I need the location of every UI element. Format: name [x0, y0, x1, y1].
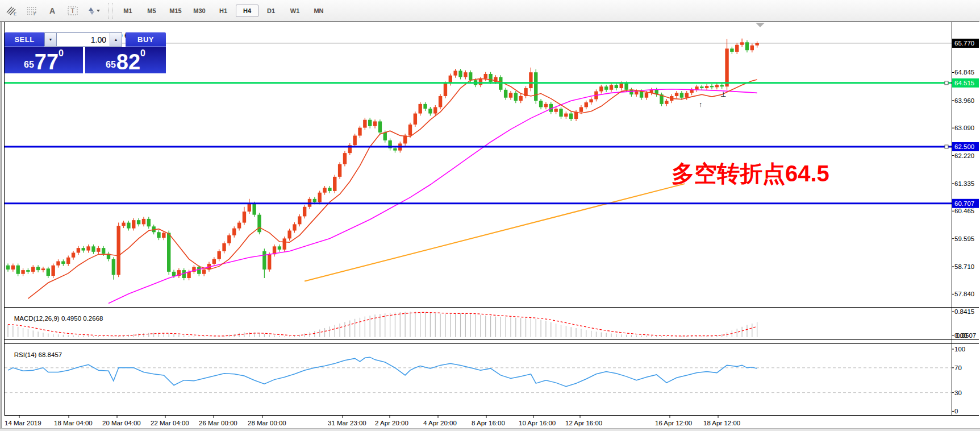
rsi-scale-label: 30 — [954, 389, 962, 396]
timeframe-button-W1[interactable]: W1 — [283, 5, 306, 17]
candle — [313, 199, 316, 202]
candle — [393, 148, 397, 151]
buy-button[interactable]: BUY — [126, 32, 166, 47]
candle — [755, 43, 758, 45]
candle — [574, 112, 578, 119]
candle — [232, 229, 236, 235]
candle — [680, 93, 683, 97]
candle — [745, 42, 749, 50]
sell-price-display[interactable]: 65 77 0 — [5, 47, 83, 73]
chart-text-annotation[interactable]: 多空转折点64.5 — [672, 160, 829, 187]
candle — [257, 215, 261, 233]
draw-icon[interactable]: E — [2, 3, 20, 19]
candle — [675, 93, 678, 96]
timeframe-button-MN[interactable]: MN — [307, 5, 330, 17]
fibonacci-icon[interactable]: F — [23, 3, 41, 19]
rsi-scale-label: 0 — [954, 408, 958, 415]
timeframe-button-M5[interactable]: M5 — [140, 5, 163, 17]
candle — [514, 93, 518, 101]
candle — [47, 268, 50, 276]
candle — [740, 42, 744, 44]
time-axis-label: 28 Mar 00:00 — [248, 420, 286, 426]
candle — [453, 71, 457, 75]
candle — [218, 251, 221, 259]
candle — [378, 121, 382, 132]
candle — [36, 267, 40, 271]
candle — [419, 104, 422, 114]
buy-price-small: 65 — [106, 60, 116, 70]
candle — [222, 243, 226, 251]
macd-scale-label: 0.8415 — [954, 308, 974, 315]
timeframe-button-H1[interactable]: H1 — [212, 5, 235, 17]
candle — [645, 93, 648, 97]
hline-handle[interactable] — [945, 145, 948, 148]
candle — [414, 114, 417, 125]
indicator-lines — [28, 78, 757, 303]
hline-handle[interactable] — [945, 81, 948, 85]
candle — [328, 188, 331, 191]
time-axis-label: 16 Apr 12:00 — [655, 420, 692, 426]
candle — [730, 48, 733, 52]
timeframe-button-M30[interactable]: M30 — [188, 5, 211, 17]
candle — [343, 153, 347, 164]
volume-increase-button[interactable]: ▲ — [110, 32, 122, 47]
candle — [162, 233, 165, 238]
time-axis-label: 12 Apr 16:00 — [565, 420, 602, 426]
candle — [589, 100, 593, 103]
candle — [585, 102, 588, 107]
rsi-header: RSI(14) 68.8457 — [7, 345, 62, 365]
candle — [358, 128, 361, 136]
chart-shift-marker[interactable] — [756, 23, 765, 27]
candle — [137, 220, 140, 224]
timeframe-button-D1[interactable]: D1 — [260, 5, 282, 17]
candle — [61, 261, 65, 263]
time-axis-label: 8 Apr 16:00 — [472, 420, 505, 426]
price-axis-label: 59.595 — [954, 235, 974, 242]
candle — [157, 232, 160, 238]
timeframe-button-M15[interactable]: M15 — [164, 5, 187, 17]
candle — [564, 114, 568, 117]
candle — [243, 212, 246, 222]
candle — [212, 259, 216, 264]
sell-button[interactable]: SELL — [5, 32, 44, 47]
timeframe-button-H4[interactable]: H4 — [236, 5, 258, 17]
candle — [615, 85, 618, 88]
candle — [554, 109, 557, 112]
candle — [142, 219, 145, 224]
candle — [504, 90, 507, 98]
volume-input[interactable] — [57, 32, 110, 47]
candle — [403, 136, 407, 144]
macd-histogram — [8, 312, 757, 337]
candle — [91, 246, 95, 251]
sell-price-sup: 0 — [59, 48, 64, 59]
arrows-icon[interactable] — [84, 3, 102, 19]
candle — [464, 72, 467, 77]
volume-decrease-button[interactable]: ▼ — [44, 32, 57, 47]
buy-price-display[interactable]: 65 82 0 — [85, 47, 166, 73]
candle — [529, 72, 532, 88]
candle — [624, 84, 628, 90]
candle — [278, 246, 281, 250]
candle — [51, 266, 55, 276]
price-axis-label: 57.840 — [954, 291, 974, 297]
time-axis-label: 4 Apr 20:00 — [423, 420, 457, 426]
candle — [579, 107, 583, 111]
buy-price-sup: 0 — [140, 48, 145, 59]
mt4-terminal: E F A T — [0, 0, 980, 431]
candle — [287, 231, 291, 239]
candle — [72, 252, 75, 257]
text-box-icon[interactable]: T — [64, 3, 82, 19]
time-axis-label: 22 Mar 04:00 — [151, 420, 189, 426]
candle — [202, 270, 206, 274]
rsi-value: 68.8457 — [39, 351, 62, 358]
candle — [262, 251, 266, 270]
candle — [735, 45, 739, 52]
candle — [469, 72, 472, 80]
candle — [599, 86, 603, 91]
text-label-icon[interactable]: A — [43, 3, 61, 19]
candle — [6, 266, 10, 270]
timeframe-button-M1[interactable]: M1 — [116, 5, 139, 17]
candle — [77, 248, 80, 252]
time-axis-label: 18 Apr 12:00 — [703, 420, 740, 426]
candle — [298, 216, 301, 224]
